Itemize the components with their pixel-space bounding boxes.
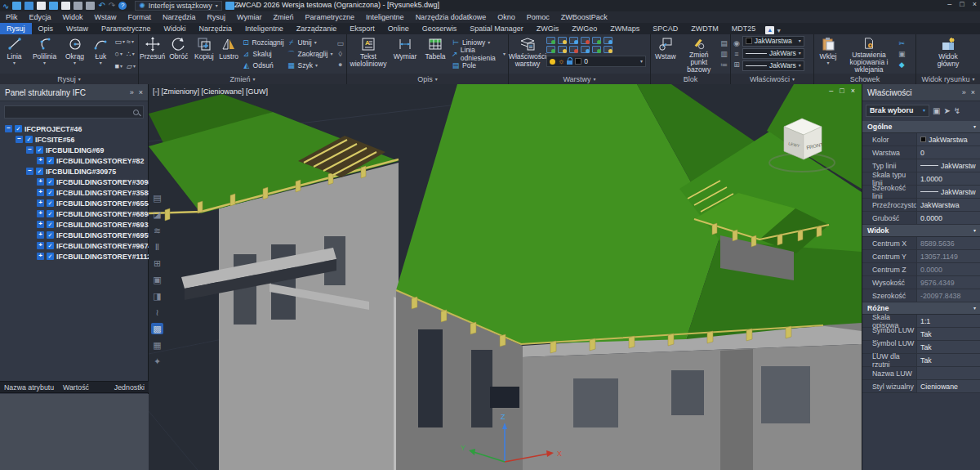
expand-icon[interactable]: + [37, 210, 44, 217]
drawing-viewport[interactable]: [-] [Zmieniony] [Cieniowane] [GUW] – □ ×… [149, 84, 862, 470]
cloud-icon[interactable] [225, 2, 234, 10]
panel-label-blok[interactable]: Blok [651, 74, 730, 84]
collapse-icon[interactable]: − [16, 136, 23, 143]
expand-icon[interactable]: + [37, 199, 44, 207]
tree-item[interactable]: +✓IFCBUILDINGSTOREY#111270 [0, 251, 149, 262]
menu-format[interactable]: Format [122, 13, 158, 21]
open-file-icon[interactable] [24, 2, 33, 10]
stretch-button[interactable]: ⊡Rozciągnij [243, 38, 284, 48]
menu-zwboostpack[interactable]: ZWBoostPack [555, 13, 613, 21]
field-button[interactable]: ▤Pole [452, 60, 506, 71]
chevron-down-icon[interactable]: ▼ [776, 28, 782, 34]
menu-widok[interactable]: Widok [57, 13, 89, 21]
expand-icon[interactable]: + [37, 157, 44, 164]
match-properties-icon[interactable]: ◉ [733, 39, 740, 47]
circle-button[interactable]: Okrąg▾ [60, 34, 89, 74]
checkbox-checked-icon[interactable]: ✓ [47, 199, 54, 207]
tree-item[interactable]: +✓IFCBUILDINGSTOREY#30988 [0, 177, 149, 187]
rectangle-button[interactable]: ▭▾ [115, 38, 126, 46]
tab-eksport[interactable]: Eksport [343, 23, 381, 34]
collapse-icon[interactable]: − [5, 125, 12, 132]
menu-parametryczne[interactable]: Parametryczne [300, 13, 361, 21]
checkbox-checked-icon[interactable]: ✓ [47, 221, 54, 228]
layer-unlock-icon[interactable] [567, 60, 572, 65]
region-button[interactable]: ▱▾ [127, 62, 136, 70]
erase-icon[interactable]: ▭ [336, 39, 344, 47]
menu-edycja[interactable]: Edycja [24, 13, 57, 21]
checkbox-checked-icon[interactable]: ✓ [47, 157, 54, 164]
close-panel-icon[interactable]: × [139, 88, 143, 96]
menu-rysuj[interactable]: Rysuj [202, 13, 232, 21]
menu-wymiar[interactable]: Wymiar [231, 13, 267, 21]
tab-parametryczne[interactable]: Parametryczne [95, 23, 158, 34]
expand-icon[interactable]: + [37, 178, 44, 186]
tab-rysuj[interactable]: Rysuj [0, 23, 32, 34]
layer-delete-icon[interactable] [604, 46, 612, 53]
layer-off-icon[interactable] [558, 37, 567, 44]
panel-label-widok-rysunku[interactable]: Widok rysunku▾ [916, 74, 980, 84]
checkbox-checked-icon[interactable]: ✓ [47, 178, 54, 186]
change-base-point-button[interactable]: Zmień punkt bazowy [680, 34, 718, 74]
point-button[interactable]: ∴▾ [127, 50, 136, 58]
checkbox-checked-icon[interactable]: ✓ [47, 253, 54, 260]
menu-inteligentne[interactable]: Inteligentne [360, 13, 410, 21]
tree-item[interactable]: +✓IFCBUILDINGSTOREY#68986 [0, 208, 149, 219]
menu-pomoc[interactable]: Pomoc [521, 13, 555, 21]
tree-item[interactable]: +✓IFCBUILDINGSTOREY#69558 [0, 230, 149, 240]
paste-button[interactable]: Wklej▾ [814, 34, 842, 74]
tab-narzedzia[interactable]: Narzędzia [193, 23, 239, 34]
panel-label-opis[interactable]: Opis▾ [347, 74, 508, 84]
selection-dropdown[interactable]: Brak wyboru ▾ [866, 105, 929, 117]
ifc-search-input[interactable] [4, 105, 144, 119]
layer-dropdown[interactable]: ☼ 0 ▾ [546, 56, 646, 67]
viewport-restore-icon[interactable]: □ [840, 87, 844, 95]
layer-match-icon[interactable] [604, 37, 612, 44]
save-icon[interactable] [37, 2, 46, 10]
tab-wstaw[interactable]: Wstaw [60, 23, 95, 34]
tree-item[interactable]: +✓IFCBUILDINGSTOREY#65547 [0, 198, 149, 208]
layer-bulb-icon[interactable] [550, 59, 555, 65]
transparency-icon[interactable]: ⊞ [733, 60, 740, 69]
leader-button[interactable]: ↗Linia odniesienia▾ [452, 49, 506, 60]
mesh-icon[interactable]: ▦ [151, 339, 163, 351]
spline-button[interactable]: ≈▾ [127, 38, 136, 46]
offset-button[interactable]: ◭Odsuń [243, 60, 284, 71]
workspace-selector[interactable]: ✺ Interfejs wstążkowy ▾ [135, 1, 222, 11]
layers-icon[interactable]: ▤ [151, 192, 163, 204]
ribbon-collapse-icon[interactable]: ▲ [765, 26, 774, 34]
block-attach-icon[interactable]: ▥ [720, 50, 728, 58]
viewport-close-icon[interactable]: × [851, 87, 855, 95]
mirror-button[interactable]: Lustro [217, 34, 241, 74]
tab-widoki[interactable]: Widoki [158, 23, 193, 34]
column-icon[interactable]: Ⅱ [151, 241, 163, 253]
fillet-button[interactable]: ⌒Zaokrąglij▾ [287, 49, 333, 60]
mtext-button[interactable]: A Tekst wieloliniowy [347, 34, 390, 74]
checkbox-checked-icon[interactable]: ✓ [47, 189, 54, 196]
print-icon[interactable] [74, 2, 82, 10]
expand-icon[interactable]: + [37, 231, 44, 239]
toggle-pickadd-icon[interactable]: ↯ [954, 106, 960, 115]
viewport-minimize-icon[interactable]: – [829, 87, 833, 95]
cut-icon[interactable]: ✂ [898, 39, 905, 47]
rotate-button[interactable]: Obróć [166, 34, 191, 74]
panel-label-warstwy[interactable]: Warstwy▾ [509, 74, 650, 84]
tab-zwgis[interactable]: ZWGis [530, 23, 566, 34]
menu-narzedzia-dodatkowe[interactable]: Narzędzia dodatkowe [410, 13, 492, 21]
pin-panel-icon[interactable]: » [130, 88, 134, 96]
undo-icon[interactable]: ↶ [98, 2, 105, 10]
tree-item[interactable]: +✓IFCBUILDINGSTOREY#35884 [0, 187, 149, 198]
layer-color-swatch[interactable] [575, 58, 581, 65]
layer-unlock-icon[interactable] [558, 46, 567, 53]
linetype-dropdown[interactable]: JakWars ▾ [742, 48, 804, 59]
expand-icon[interactable]: + [37, 242, 44, 249]
tab-spcad[interactable]: SPCAD [646, 23, 684, 34]
panel-label-zmien[interactable]: Zmień▾ [139, 74, 346, 84]
tab-zwgeo[interactable]: ZWGeo [565, 23, 604, 34]
layer-lock-icon[interactable] [581, 37, 590, 44]
tab-mdt25[interactable]: MDT25 [725, 23, 763, 34]
tab-zwdtm[interactable]: ZWDTM [684, 23, 725, 34]
tab-inteligentne[interactable]: Inteligentne [238, 23, 290, 34]
color-dropdown[interactable]: JakWarstwa ▾ [742, 36, 804, 47]
menu-wstaw[interactable]: Wstaw [89, 13, 122, 21]
expand-icon[interactable]: + [37, 221, 44, 228]
